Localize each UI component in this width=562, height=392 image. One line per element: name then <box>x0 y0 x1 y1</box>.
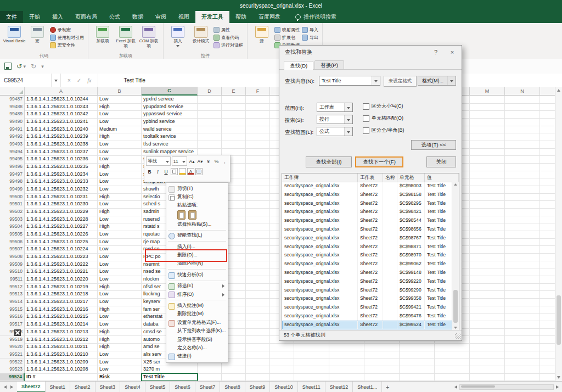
cell[interactable] <box>400 359 435 367</box>
cell[interactable] <box>246 133 270 141</box>
cell[interactable] <box>270 373 294 381</box>
cell[interactable] <box>246 96 270 104</box>
column-header-C[interactable]: C <box>142 87 198 96</box>
row-header-99502[interactable]: 99502 <box>0 208 25 216</box>
cell[interactable] <box>505 163 540 171</box>
ribbon-button-security[interactable]: 宏安全性 <box>50 42 84 49</box>
find-result-row[interactable]: securityspace_orignal.xlsxSheet72$C$9865… <box>282 225 452 234</box>
bold-icon[interactable]: B <box>146 167 153 176</box>
sheet-tab-Sheet5[interactable]: Sheet5 <box>145 382 171 392</box>
scroll-down-icon[interactable] <box>557 376 560 379</box>
cell[interactable]: Low <box>98 178 142 186</box>
cell[interactable] <box>329 373 364 381</box>
col-name[interactable]: 名称 <box>383 173 397 182</box>
cell[interactable]: Low <box>98 276 142 284</box>
cell[interactable]: 1.3.6.1.4.1.25623.1.0.10219 <box>25 283 98 292</box>
chevron-down-icon[interactable] <box>344 127 352 136</box>
cell[interactable] <box>246 238 270 247</box>
find-result-row[interactable]: securityspace_orignal.xlsxSheet72$C$9800… <box>282 182 452 191</box>
menu-item-19[interactable]: 设置单元格格式(F)... <box>166 318 228 327</box>
ribbon-button-record[interactable]: 录制宏 <box>50 26 84 33</box>
cell[interactable] <box>246 366 270 374</box>
cell[interactable] <box>470 359 505 367</box>
row-header-99508[interactable]: 99508 <box>0 253 25 261</box>
cell[interactable] <box>505 321 540 329</box>
cell[interactable] <box>246 306 270 314</box>
cell[interactable] <box>222 118 246 126</box>
row-header-99501[interactable]: 99501 <box>0 200 25 209</box>
cell[interactable] <box>470 283 505 292</box>
column-header-D[interactable]: D <box>198 87 222 96</box>
row-header-99504[interactable]: 99504 <box>0 223 25 231</box>
cell[interactable]: 1.3.6.1.4.1.25623.1.0.10224 <box>25 245 98 254</box>
cell[interactable] <box>400 351 435 359</box>
cell[interactable]: 1.3.6.1.4.1.25623.1.0.10228 <box>25 216 98 224</box>
row-header-99494[interactable]: 99494 <box>0 148 25 156</box>
redo-button[interactable]: ↻ <box>31 63 36 70</box>
cell[interactable] <box>222 373 246 381</box>
sheet-tab-Sheet8[interactable]: Sheet8 <box>220 382 245 392</box>
cell[interactable]: High <box>98 283 142 292</box>
ribbon-tab-9[interactable]: 帮助 <box>229 11 252 23</box>
cell[interactable]: Low <box>98 171 142 179</box>
cell[interactable]: Low <box>98 216 142 224</box>
menu-item-0[interactable]: 剪切(T) <box>166 184 228 193</box>
cell[interactable] <box>246 245 270 254</box>
cell[interactable]: Low <box>98 238 142 247</box>
row-header-99510[interactable]: 99510 <box>0 268 25 276</box>
col-worksheet[interactable]: 工作表 <box>358 173 383 182</box>
cell[interactable]: ypupdated service <box>142 103 198 111</box>
cell[interactable]: High <box>98 163 142 171</box>
cell[interactable]: 1.3.6.1.4.1.25623.1.0.10222 <box>25 261 98 269</box>
row-header-99521[interactable]: 99521 <box>0 351 25 359</box>
find-result-row[interactable]: securityspace_orignal.xlsxSheet72$C$9914… <box>282 268 452 277</box>
cell[interactable] <box>435 366 470 374</box>
cell[interactable] <box>435 343 470 351</box>
cell[interactable] <box>505 118 540 126</box>
horizontal-scrollbar[interactable] <box>451 382 562 392</box>
col-cell[interactable]: 单元格 <box>397 173 425 182</box>
menu-item-22[interactable]: 定义名称(A)... <box>166 344 228 352</box>
sheet-tab-Sheet1...[interactable]: Sheet1... <box>353 382 382 392</box>
cell[interactable]: 1.3.6.1.4.1.25623.1.0.10240 <box>25 126 98 134</box>
cell[interactable] <box>470 178 505 186</box>
find-result-row[interactable]: securityspace_orignal.xlsxSheet72$C$9815… <box>282 191 452 199</box>
cell[interactable] <box>505 253 540 261</box>
scroll-up-icon[interactable] <box>557 89 560 92</box>
cell[interactable] <box>222 366 246 374</box>
ribbon-tab-1[interactable]: 开始 <box>23 11 46 23</box>
qat-customize-button[interactable]: ▾ <box>41 64 44 69</box>
cell[interactable] <box>270 351 294 359</box>
ribbon-button-source[interactable]: 源 <box>250 24 273 44</box>
cell[interactable]: 1.3.6.1.4.1.25623.1.0.10234 <box>25 171 98 179</box>
results-scrollbar[interactable] <box>452 182 459 331</box>
row-header-99523[interactable]: 99523 <box>0 366 25 374</box>
cell[interactable] <box>364 366 400 374</box>
font-name-combo[interactable]: 等线 <box>146 156 171 166</box>
ribbon-button-props[interactable]: 属性 <box>213 26 243 33</box>
add-sheet-button[interactable]: + <box>382 382 393 392</box>
vertical-scrollbar[interactable] <box>555 87 562 381</box>
column-header-M[interactable]: M <box>470 87 505 96</box>
cell[interactable] <box>400 343 435 351</box>
shrink-font-icon[interactable]: A▾ <box>196 157 204 165</box>
cell[interactable] <box>246 231 270 239</box>
cell[interactable] <box>470 231 505 239</box>
ribbon-button-design[interactable]: 设计模式 <box>189 24 212 44</box>
cell[interactable]: 1.3.6.1.4.1.25623.1.0.10220 <box>25 276 98 284</box>
cell[interactable]: Low <box>98 118 142 126</box>
sheet-tab-Sheet2[interactable]: Sheet2 <box>70 382 95 392</box>
row-header-99493[interactable]: 99493 <box>0 141 25 149</box>
cell[interactable] <box>246 359 270 367</box>
cell[interactable]: 1.3.6.1.4.1.25623.1.0.10229 <box>25 208 98 216</box>
cell[interactable]: Low <box>98 313 142 321</box>
cell[interactable] <box>470 155 505 164</box>
cell[interactable] <box>470 268 505 276</box>
prev-sheet-icon[interactable] <box>4 385 7 389</box>
ribbon-button-code[interactable]: 查看代码 <box>213 34 243 41</box>
cell[interactable] <box>246 321 270 329</box>
menu-item-6[interactable]: 智能查找(L) <box>166 232 228 240</box>
row-header-99495[interactable]: 99495 <box>0 155 25 164</box>
options-button[interactable]: 选项(T) << <box>411 140 456 150</box>
cell[interactable] <box>505 313 540 321</box>
